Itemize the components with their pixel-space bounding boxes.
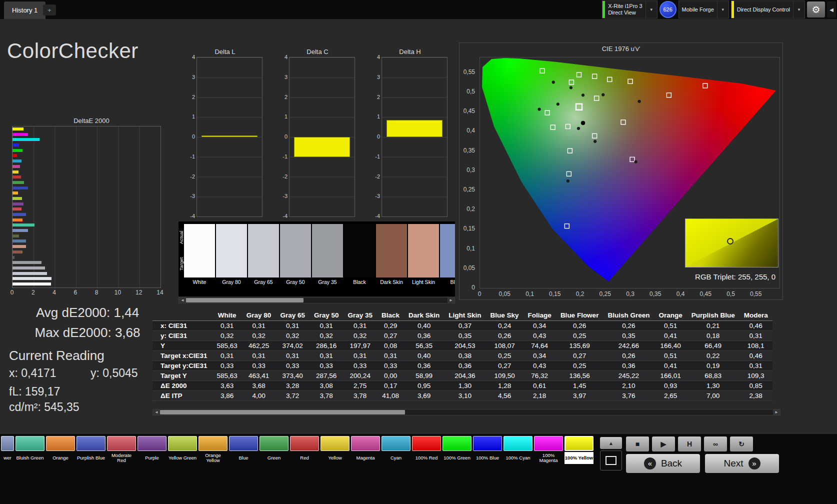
table-cell: 109,3: [740, 371, 772, 381]
patch-swatch: [1, 436, 14, 451]
scrollbar-thumb[interactable]: [186, 298, 304, 302]
table-cell: 0,46: [740, 321, 772, 331]
swatch-gray-50[interactable]: Gray 50: [280, 224, 311, 296]
back-button[interactable]: « Back: [626, 454, 700, 473]
tab-history-1[interactable]: History 1: [4, 2, 46, 19]
collapse-panel-button[interactable]: ◀: [827, 2, 836, 18]
table-cell: 204,36: [444, 371, 486, 381]
chevron-down-icon[interactable]: ▼: [646, 1, 657, 18]
patch-button-100-cyan[interactable]: 100% Cyan: [504, 436, 532, 464]
loop-button[interactable]: ∞: [704, 436, 727, 452]
patch-button-100-yellow[interactable]: 100% Yellow: [564, 436, 594, 464]
swatch-light-skin[interactable]: Light Skin: [408, 224, 439, 296]
chevron-down-icon[interactable]: ▼: [717, 1, 728, 18]
up-arrow-icon: ▲: [608, 440, 614, 446]
actual-swatch: [216, 224, 247, 250]
patch-button-orange[interactable]: Orange: [46, 436, 75, 464]
actual-row-label: Actual: [178, 224, 184, 250]
pattern-source-selector[interactable]: Mobile Forge ▼: [678, 0, 729, 18]
play-button[interactable]: ▶: [652, 436, 675, 452]
delta-l-chart: Delta L 43210-1-2-3-4: [188, 48, 262, 217]
table-cell: 0,33: [343, 361, 377, 371]
patch-button-yellow[interactable]: Yellow: [320, 436, 350, 464]
patch-button-100-blue[interactable]: 100% Blue: [473, 436, 502, 464]
table-cell: 0,33: [310, 361, 344, 371]
pattern-up-button[interactable]: ▲: [600, 437, 622, 449]
patch-button-100-magenta[interactable]: 100% Magenta: [534, 436, 563, 464]
scroll-left-icon[interactable]: ◄: [179, 298, 186, 303]
patch-button-purplish-blue[interactable]: Purplish Blue: [76, 436, 106, 464]
swatch-gray-35[interactable]: Gray 35: [312, 224, 343, 296]
deltae-bar-yellow: [12, 170, 18, 174]
table-cell: 286,16: [310, 341, 344, 351]
swatch-gray-65[interactable]: Gray 65: [248, 224, 279, 296]
current-fl: fL: 159,17: [9, 385, 60, 398]
table-cell: 3,63: [212, 381, 242, 391]
display-control-selector[interactable]: Direct Display Control ▼: [731, 0, 805, 18]
scrollbar-thumb[interactable]: [160, 410, 405, 414]
delta-h-title: Delta H: [372, 48, 448, 57]
patch-button-yellow-green[interactable]: Yellow Green: [168, 436, 197, 464]
scroll-right-icon[interactable]: ►: [773, 410, 780, 415]
column-header: Blue Flower: [556, 310, 604, 321]
chevron-down-icon[interactable]: ▼: [793, 1, 804, 18]
reading-count-badge[interactable]: 626: [660, 1, 676, 18]
patch-button-red[interactable]: Red: [290, 436, 319, 464]
patch-button-cyan[interactable]: Cyan: [382, 436, 410, 464]
stop-button[interactable]: ■: [626, 436, 649, 452]
table-cell: 0,32: [276, 331, 310, 341]
patch-button-blue[interactable]: Blue: [229, 436, 258, 464]
patch-button-wer[interactable]: wer: [1, 436, 14, 464]
column-header: Dark Skin: [404, 310, 444, 321]
table-cell: 0,33: [276, 361, 310, 371]
actual-swatch: [280, 224, 311, 250]
patch-swatch: [107, 436, 136, 451]
table-scrollbar[interactable]: ◄ ►: [152, 409, 780, 416]
column-header: Bluish Green: [603, 310, 654, 321]
table-cell: 0,31: [242, 321, 276, 331]
refresh-icon: ↻: [738, 440, 744, 448]
table-cell: 0,51: [654, 351, 686, 361]
current-luminance: cd/m²: 545,35: [9, 400, 80, 414]
swatch-gray-80[interactable]: Gray 80: [216, 224, 247, 296]
patch-button-100-green[interactable]: 100% Green: [442, 436, 472, 464]
patch-swatch: [442, 436, 472, 451]
swatch-label: Black: [344, 278, 375, 287]
pause-button[interactable]: H: [678, 436, 701, 452]
table-cell: 0,43: [524, 361, 556, 371]
row-label: Target y:CIE31: [152, 361, 212, 371]
patch-label: Magenta: [351, 452, 380, 464]
swatch-blue[interactable]: Blue: [440, 224, 455, 296]
deltae2000-plot: [12, 126, 161, 288]
repeat-button[interactable]: ↻: [730, 436, 753, 452]
swatch-white[interactable]: White: [184, 224, 215, 296]
patch-button-orange-yellow[interactable]: Orange Yellow: [198, 436, 228, 464]
settings-button[interactable]: ⚙: [807, 2, 825, 18]
scroll-left-icon[interactable]: ◄: [153, 410, 160, 415]
patch-label: Orange: [46, 452, 75, 464]
pattern-window-button[interactable]: [600, 450, 622, 470]
actual-swatch: [376, 224, 407, 250]
patch-button-magenta[interactable]: Magenta: [351, 436, 380, 464]
patch-swatch: [534, 436, 563, 451]
next-button[interactable]: Next »: [705, 454, 779, 473]
target-swatch: [216, 250, 247, 278]
add-tab-button[interactable]: +: [43, 4, 56, 16]
patch-button-100-red[interactable]: 100% Red: [412, 436, 441, 464]
deltae-bar-100-magenta: [12, 133, 28, 136]
target-swatch: [408, 250, 439, 278]
patch-button-purple[interactable]: Purple: [138, 436, 166, 464]
table-cell: 2,38: [740, 391, 772, 401]
meter-selector[interactable]: X-Rite i1Pro 3 Direct View ▼: [602, 0, 657, 18]
deltae2000-chart: DeltaE 2000 02468101214: [11, 117, 172, 296]
swatch-label: White: [184, 278, 215, 287]
deltae-bar-bluish-green: [12, 224, 34, 226]
scroll-right-icon[interactable]: ►: [448, 298, 454, 303]
table-row: Target Y585,63463,41373,40287,56200,240,…: [152, 371, 772, 381]
patch-button-bluish-green[interactable]: Bluish Green: [16, 436, 44, 464]
patch-button-green[interactable]: Green: [260, 436, 288, 464]
swatch-scrollbar[interactable]: ◄ ►: [178, 297, 455, 304]
swatch-black[interactable]: Black: [344, 224, 375, 296]
swatch-dark-skin[interactable]: Dark Skin: [376, 224, 407, 296]
patch-button-moderate-red[interactable]: Moderate Red: [107, 436, 136, 464]
